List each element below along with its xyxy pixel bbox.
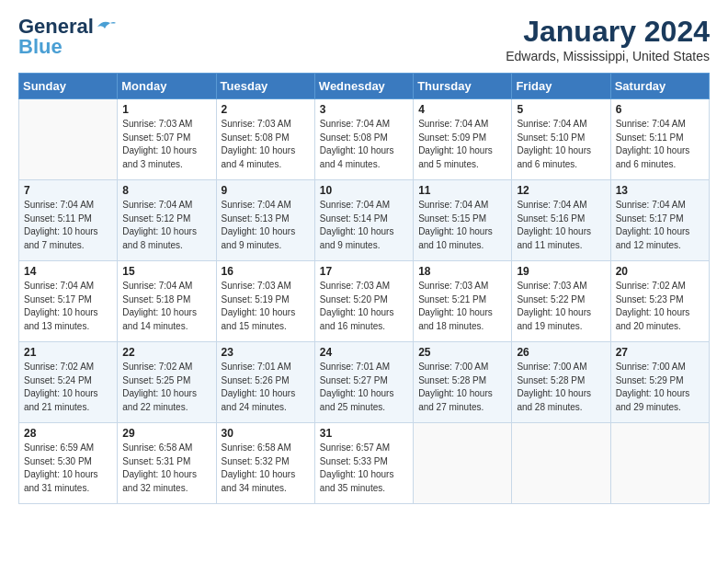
day-number: 27	[616, 346, 704, 359]
day-info: Sunrise: 6:57 AM Sunset: 5:33 PM Dayligh…	[320, 442, 408, 495]
day-number: 14	[24, 265, 112, 278]
day-number: 7	[24, 184, 112, 197]
day-number: 26	[517, 346, 605, 359]
day-info: Sunrise: 7:04 AM Sunset: 5:14 PM Dayligh…	[320, 199, 408, 252]
day-number: 6	[616, 103, 704, 116]
day-number: 16	[222, 265, 310, 278]
calendar-cell: 2Sunrise: 7:03 AM Sunset: 5:08 PM Daylig…	[216, 99, 314, 180]
calendar-cell: 21Sunrise: 7:02 AM Sunset: 5:24 PM Dayli…	[19, 342, 118, 423]
day-number: 22	[122, 346, 210, 359]
day-info: Sunrise: 6:59 AM Sunset: 5:30 PM Dayligh…	[24, 442, 112, 495]
day-info: Sunrise: 7:00 AM Sunset: 5:29 PM Dayligh…	[616, 361, 704, 414]
page-header: General Blue January 2024 Edwards, Missi…	[18, 15, 710, 63]
day-number: 28	[24, 427, 112, 440]
day-info: Sunrise: 7:04 AM Sunset: 5:17 PM Dayligh…	[24, 280, 112, 333]
day-info: Sunrise: 7:04 AM Sunset: 5:08 PM Dayligh…	[320, 118, 408, 171]
day-header-thursday: Thursday	[414, 74, 512, 99]
logo-blue: Blue	[18, 35, 63, 59]
day-info: Sunrise: 7:04 AM Sunset: 5:09 PM Dayligh…	[418, 118, 506, 171]
day-header-friday: Friday	[512, 74, 610, 99]
calendar-cell: 3Sunrise: 7:04 AM Sunset: 5:08 PM Daylig…	[314, 99, 413, 180]
calendar-cell: 30Sunrise: 6:58 AM Sunset: 5:32 PM Dayli…	[216, 423, 314, 504]
day-info: Sunrise: 7:04 AM Sunset: 5:11 PM Dayligh…	[24, 199, 112, 252]
calendar-cell: 25Sunrise: 7:00 AM Sunset: 5:28 PM Dayli…	[414, 342, 512, 423]
calendar-cell	[414, 423, 512, 504]
day-info: Sunrise: 7:04 AM Sunset: 5:12 PM Dayligh…	[122, 199, 210, 252]
day-number: 25	[418, 346, 506, 359]
day-number: 15	[122, 265, 210, 278]
calendar-cell: 10Sunrise: 7:04 AM Sunset: 5:14 PM Dayli…	[314, 180, 413, 261]
day-info: Sunrise: 6:58 AM Sunset: 5:31 PM Dayligh…	[122, 442, 210, 495]
day-number: 9	[222, 184, 310, 197]
calendar-cell: 5Sunrise: 7:04 AM Sunset: 5:10 PM Daylig…	[512, 99, 610, 180]
calendar-cell: 29Sunrise: 6:58 AM Sunset: 5:31 PM Dayli…	[118, 423, 216, 504]
day-info: Sunrise: 7:02 AM Sunset: 5:23 PM Dayligh…	[616, 280, 704, 333]
day-number: 17	[320, 265, 408, 278]
day-number: 4	[418, 103, 506, 116]
day-info: Sunrise: 7:02 AM Sunset: 5:25 PM Dayligh…	[122, 361, 210, 414]
calendar-cell: 14Sunrise: 7:04 AM Sunset: 5:17 PM Dayli…	[19, 261, 118, 342]
month-title: January 2024	[506, 15, 710, 49]
calendar-cell: 15Sunrise: 7:04 AM Sunset: 5:18 PM Dayli…	[118, 261, 216, 342]
day-number: 8	[122, 184, 210, 197]
calendar-cell: 12Sunrise: 7:04 AM Sunset: 5:16 PM Dayli…	[512, 180, 610, 261]
calendar-cell: 7Sunrise: 7:04 AM Sunset: 5:11 PM Daylig…	[19, 180, 118, 261]
week-row-4: 21Sunrise: 7:02 AM Sunset: 5:24 PM Dayli…	[19, 342, 710, 423]
calendar-cell: 6Sunrise: 7:04 AM Sunset: 5:11 PM Daylig…	[610, 99, 709, 180]
day-info: Sunrise: 7:04 AM Sunset: 5:18 PM Dayligh…	[122, 280, 210, 333]
day-number: 24	[320, 346, 408, 359]
week-row-1: 1Sunrise: 7:03 AM Sunset: 5:07 PM Daylig…	[19, 99, 710, 180]
calendar-table: SundayMondayTuesdayWednesdayThursdayFrid…	[18, 73, 710, 504]
week-row-3: 14Sunrise: 7:04 AM Sunset: 5:17 PM Dayli…	[19, 261, 710, 342]
week-row-5: 28Sunrise: 6:59 AM Sunset: 5:30 PM Dayli…	[19, 423, 710, 504]
calendar-cell: 13Sunrise: 7:04 AM Sunset: 5:17 PM Dayli…	[610, 180, 709, 261]
day-header-monday: Monday	[118, 74, 216, 99]
day-header-saturday: Saturday	[610, 74, 709, 99]
day-number: 10	[320, 184, 408, 197]
day-number: 2	[222, 103, 310, 116]
day-number: 18	[418, 265, 506, 278]
calendar-cell: 8Sunrise: 7:04 AM Sunset: 5:12 PM Daylig…	[118, 180, 216, 261]
calendar-cell: 11Sunrise: 7:04 AM Sunset: 5:15 PM Dayli…	[414, 180, 512, 261]
day-info: Sunrise: 7:04 AM Sunset: 5:17 PM Dayligh…	[616, 199, 704, 252]
header-row: SundayMondayTuesdayWednesdayThursdayFrid…	[19, 74, 710, 99]
day-info: Sunrise: 7:02 AM Sunset: 5:24 PM Dayligh…	[24, 361, 112, 414]
day-number: 29	[122, 427, 210, 440]
day-number: 3	[320, 103, 408, 116]
logo: General Blue	[18, 15, 116, 59]
calendar-cell	[610, 423, 709, 504]
day-number: 30	[222, 427, 310, 440]
day-info: Sunrise: 6:58 AM Sunset: 5:32 PM Dayligh…	[222, 442, 310, 495]
day-header-tuesday: Tuesday	[216, 74, 314, 99]
day-info: Sunrise: 7:04 AM Sunset: 5:16 PM Dayligh…	[517, 199, 605, 252]
calendar-cell: 26Sunrise: 7:00 AM Sunset: 5:28 PM Dayli…	[512, 342, 610, 423]
day-number: 13	[616, 184, 704, 197]
calendar-title-area: January 2024 Edwards, Mississippi, Unite…	[506, 15, 710, 63]
calendar-cell	[512, 423, 610, 504]
day-info: Sunrise: 7:00 AM Sunset: 5:28 PM Dayligh…	[517, 361, 605, 414]
day-number: 23	[222, 346, 310, 359]
day-info: Sunrise: 7:03 AM Sunset: 5:08 PM Dayligh…	[222, 118, 310, 171]
calendar-cell: 24Sunrise: 7:01 AM Sunset: 5:27 PM Dayli…	[314, 342, 413, 423]
calendar-cell	[19, 99, 118, 180]
day-info: Sunrise: 7:00 AM Sunset: 5:28 PM Dayligh…	[418, 361, 506, 414]
day-info: Sunrise: 7:03 AM Sunset: 5:19 PM Dayligh…	[222, 280, 310, 333]
day-number: 31	[320, 427, 408, 440]
calendar-cell: 1Sunrise: 7:03 AM Sunset: 5:07 PM Daylig…	[118, 99, 216, 180]
calendar-cell: 28Sunrise: 6:59 AM Sunset: 5:30 PM Dayli…	[19, 423, 118, 504]
day-info: Sunrise: 7:03 AM Sunset: 5:07 PM Dayligh…	[122, 118, 210, 171]
day-info: Sunrise: 7:04 AM Sunset: 5:13 PM Dayligh…	[222, 199, 310, 252]
calendar-cell: 17Sunrise: 7:03 AM Sunset: 5:20 PM Dayli…	[314, 261, 413, 342]
day-info: Sunrise: 7:04 AM Sunset: 5:11 PM Dayligh…	[616, 118, 704, 171]
week-row-2: 7Sunrise: 7:04 AM Sunset: 5:11 PM Daylig…	[19, 180, 710, 261]
calendar-cell: 23Sunrise: 7:01 AM Sunset: 5:26 PM Dayli…	[216, 342, 314, 423]
calendar-cell: 4Sunrise: 7:04 AM Sunset: 5:09 PM Daylig…	[414, 99, 512, 180]
location: Edwards, Mississippi, United States	[506, 49, 710, 63]
day-info: Sunrise: 7:04 AM Sunset: 5:15 PM Dayligh…	[418, 199, 506, 252]
day-info: Sunrise: 7:03 AM Sunset: 5:22 PM Dayligh…	[517, 280, 605, 333]
day-info: Sunrise: 7:03 AM Sunset: 5:20 PM Dayligh…	[320, 280, 408, 333]
calendar-cell: 16Sunrise: 7:03 AM Sunset: 5:19 PM Dayli…	[216, 261, 314, 342]
day-info: Sunrise: 7:01 AM Sunset: 5:27 PM Dayligh…	[320, 361, 408, 414]
day-info: Sunrise: 7:01 AM Sunset: 5:26 PM Dayligh…	[222, 361, 310, 414]
day-number: 19	[517, 265, 605, 278]
